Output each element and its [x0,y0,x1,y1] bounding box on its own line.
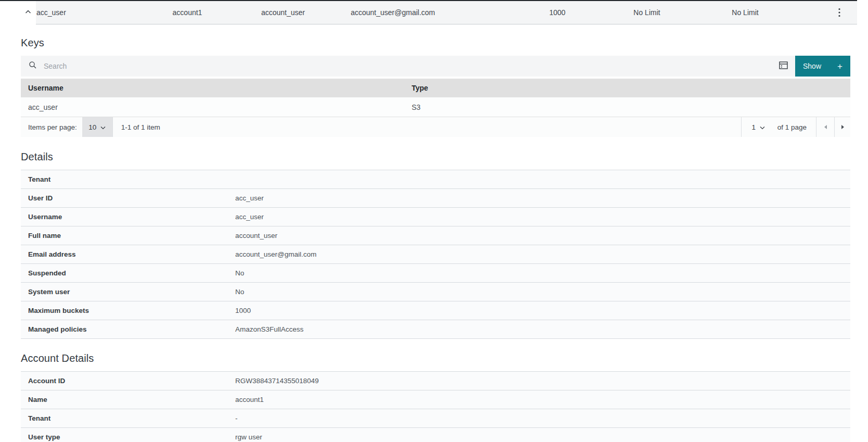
show-button[interactable]: Show + [795,56,850,77]
collapse-row-button[interactable] [21,6,35,19]
detail-label: Account ID [21,377,235,385]
detail-label: Suspended [21,269,235,277]
detail-row-maximum-buckets: Maximum buckets 1000 [21,301,850,320]
keys-section-title: Keys [21,37,850,49]
detail-label: Tenant [21,414,235,422]
detail-value: No [235,269,244,277]
page-size-select[interactable]: 10 [82,117,112,137]
detail-value: RGW38843714355018049 [235,377,319,385]
detail-row-email: Email address account_user@gmail.com [21,245,850,264]
detail-row-user-id: User ID acc_user [21,189,850,208]
row-cell-size-limit: No Limit [633,1,660,24]
header-username: Username [21,84,404,92]
row-cell-object-limit: No Limit [732,1,758,24]
keys-table-row[interactable]: acc_user S3 [21,97,850,117]
detail-value: account_user [235,232,277,239]
detail-label: Tenant [21,175,235,183]
detail-label: System user [21,288,235,296]
detail-value: 1000 [235,307,251,314]
detail-value: account_user@gmail.com [235,250,316,258]
row-cell-email: account_user@gmail.com [351,1,435,24]
search-icon [29,61,37,71]
detail-label: Managed policies [21,325,235,333]
detail-row-username: Username acc_user [21,208,850,226]
of-pages-text: of 1 page [775,117,816,137]
row-cell-account: account1 [173,1,202,24]
detail-value: account1 [235,396,264,403]
detail-value: acc_user [235,213,264,221]
row-cell-username: acc_user [36,1,66,24]
details-section-title: Details [21,151,850,163]
detail-row-system-user: System user No [21,283,850,301]
page-number-value: 1 [751,123,756,131]
detail-value: - [235,414,238,422]
detail-value: No [235,288,244,296]
keys-table: Username Type acc_user S3 [21,79,850,117]
chevron-up-icon [24,8,32,18]
account-details-table: Account ID RGW38843714355018049 Name acc… [21,371,850,442]
caret-right-icon [841,123,845,131]
account-row-tenant: Tenant - [21,409,850,428]
pagination-divider [112,117,113,137]
detail-label: Email address [21,250,235,258]
page-number-select[interactable]: 1 [741,117,775,137]
detail-row-managed-policies: Managed policies AmazonS3FullAccess [21,320,850,339]
key-type-cell: S3 [404,103,850,111]
page-size-value: 10 [88,123,96,131]
detail-label: User ID [21,194,235,202]
detail-row-suspended: Suspended No [21,264,850,283]
detail-row-full-name: Full name account_user [21,226,850,245]
account-row-user-type: User type rgw user [21,428,850,442]
plus-icon: + [837,62,843,71]
items-per-page-label: Items per page: [21,123,77,131]
column-settings-button[interactable] [771,56,795,77]
keys-toolbar: Show + [21,56,850,77]
detail-row-tenant: Tenant [21,170,850,189]
account-details-section-title: Account Details [21,352,850,364]
account-row-account-id: Account ID RGW38843714355018049 [21,372,850,390]
detail-label: Name [21,396,235,403]
row-cell-fullname: account_user [261,1,305,24]
detail-value: AmazonS3FullAccess [235,325,303,333]
account-row-name: Name account1 [21,390,850,409]
previous-page-button[interactable] [816,117,834,137]
key-username-cell: acc_user [21,103,404,111]
details-table: Tenant User ID acc_user Username acc_use… [21,170,850,339]
caret-left-icon [824,123,827,131]
chevron-down-icon [100,123,106,131]
show-button-label: Show [803,62,821,70]
keys-table-header: Username Type [21,79,850,97]
row-actions-menu-button[interactable] [831,5,848,21]
detail-value: rgw user [235,433,262,441]
expanded-user-row: acc_user account1 account_user account_u… [0,0,857,24]
detail-label: Username [21,213,235,221]
pagination-range-text: 1-1 of 1 item [121,123,160,131]
detail-label: Maximum buckets [21,307,235,314]
search-box [21,56,771,77]
detail-label: Full name [21,232,235,239]
header-type: Type [404,84,850,92]
next-page-button[interactable] [834,117,850,137]
column-settings-icon [779,61,788,71]
search-input[interactable] [44,56,771,77]
row-cell-max-buckets: 1000 [549,1,565,24]
keys-pagination: Items per page: 10 1-1 of 1 item 1 of 1 … [21,117,850,137]
kebab-menu-icon [838,8,840,19]
chevron-down-icon [760,123,765,131]
detail-label: User type [21,433,235,441]
pagination-spacer [160,117,741,137]
detail-value: acc_user [235,194,264,202]
